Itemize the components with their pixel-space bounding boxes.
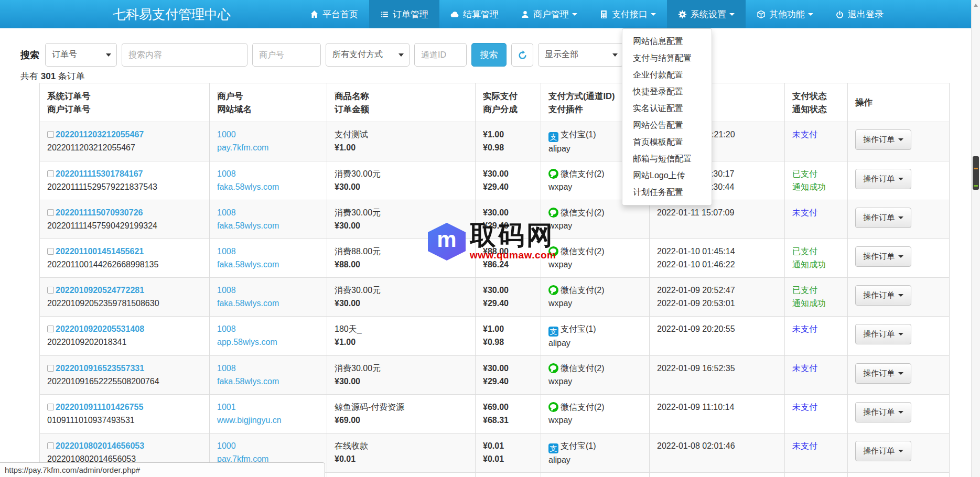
system-order-link[interactable]: 2022011001451455621 <box>56 247 144 256</box>
nav-item-order-management[interactable]: 订单管理 <box>369 0 439 28</box>
order-actions-button[interactable]: 操作订单 <box>855 324 911 344</box>
row-checkbox[interactable] <box>47 326 54 332</box>
merchant-order-no: 202201111457590429199324 <box>47 219 202 232</box>
product-name: 支付测试 <box>335 128 468 141</box>
merchant-domain-link[interactable]: faka.58wlys.com <box>217 299 279 308</box>
table-row: 2022010916523557331 20220109165222550820… <box>40 356 950 395</box>
search-bar: 搜索 订单号 所有支付方式 搜索 显示全部 <box>20 43 623 67</box>
settings-menu-item-6[interactable]: 网站公告配置 <box>622 117 712 134</box>
payment-method-label: 支付宝(1) <box>561 441 596 450</box>
nav-item-other-functions[interactable]: 其他功能 <box>746 0 824 28</box>
merchant-id-link[interactable]: 1001 <box>217 403 236 411</box>
settings-menu-item-4[interactable]: 快捷登录配置 <box>622 83 712 100</box>
system-order-link[interactable]: 2022011115070930726 <box>56 208 143 217</box>
row-checkbox[interactable] <box>47 209 54 216</box>
settings-menu-item-5[interactable]: 实名认证配置 <box>622 100 712 117</box>
pay-status: 未支付 <box>792 439 840 452</box>
row-checkbox[interactable] <box>47 442 54 449</box>
user-icon <box>521 10 530 19</box>
system-order-link[interactable]: 2022010916523557331 <box>56 364 144 373</box>
cell-times: 2022-01-09 20:20:55 <box>650 317 785 356</box>
display-filter-select[interactable]: 显示全部 <box>538 43 623 67</box>
channel-id-input[interactable] <box>414 43 467 67</box>
nav-item-system-settings[interactable]: 系统设置 <box>667 0 746 28</box>
nav-label: 退出登录 <box>848 8 884 20</box>
merchant-domain-link[interactable]: app.58wlys.com <box>217 338 277 346</box>
settings-menu-item-3[interactable]: 企业付款配置 <box>622 67 712 83</box>
merchant-domain-link[interactable]: faka.58wlys.com <box>217 182 279 191</box>
merchant-domain-link[interactable]: faka.58wlys.com <box>217 260 279 269</box>
order-actions-label: 操作订单 <box>863 446 895 455</box>
merchant-domain-link[interactable]: faka.58wlys.com <box>217 377 279 386</box>
system-order-link[interactable]: 2022010802014656053 <box>56 441 144 450</box>
cell-status: 未支付 <box>785 317 848 356</box>
system-order-link[interactable]: 2022010920205531408 <box>56 324 144 333</box>
scroll-up-arrow-icon[interactable] <box>974 4 978 7</box>
row-checkbox[interactable] <box>47 248 54 255</box>
merchant-domain-link[interactable]: www.bigjingyu.cn <box>217 416 282 425</box>
settings-menu-item-1[interactable]: 网站信息配置 <box>622 33 712 50</box>
system-order-link[interactable]: 2022010911101426755 <box>56 403 143 411</box>
merchant-domain-link[interactable]: pay.7kfm.com <box>217 143 268 152</box>
payment-method-select[interactable]: 所有支付方式 <box>326 43 410 67</box>
row-checkbox[interactable] <box>47 404 54 410</box>
chevron-down-icon <box>898 138 903 141</box>
pay-status: 未支付 <box>792 128 840 141</box>
payment-plugin: wxpay <box>548 375 642 388</box>
refresh-button[interactable] <box>511 43 533 67</box>
cell-actions: 操作订单 <box>848 161 950 200</box>
order-actions-button[interactable]: 操作订单 <box>855 208 911 228</box>
system-order-link[interactable]: 2022010920524772281 <box>56 286 144 295</box>
top-navbar: 七科易支付管理中心 平台首页 订单管理 结算管理 商户管理 支付接口 系统设置 <box>0 0 980 28</box>
payment-icon <box>548 402 558 412</box>
row-checkbox[interactable] <box>47 287 54 294</box>
nav-item-merchant-management[interactable]: 商户管理 <box>510 0 588 28</box>
merchant-id-link[interactable]: 1000 <box>217 441 236 450</box>
merchant-id-link[interactable]: 1008 <box>217 286 236 295</box>
merchant-id-link[interactable]: 1008 <box>217 169 236 178</box>
order-actions-button[interactable]: 操作订单 <box>855 441 911 461</box>
order-actions-button[interactable]: 操作订单 <box>855 246 911 267</box>
settings-menu-item-7[interactable]: 首页模板配置 <box>622 134 712 150</box>
system-order-link[interactable]: 2022011203212055467 <box>56 130 144 139</box>
order-actions-button[interactable]: 操作订单 <box>855 169 911 189</box>
search-button[interactable]: 搜索 <box>471 43 507 67</box>
settings-menu-item-2[interactable]: 支付与结算配置 <box>622 50 712 67</box>
system-order-link[interactable]: 2022011115301784167 <box>56 169 143 178</box>
merchant-id-link[interactable]: 1008 <box>217 247 236 256</box>
display-filter-selected-value: 显示全部 <box>545 49 578 60</box>
product-name: 消费30.00元 <box>335 206 468 219</box>
row-checkbox[interactable] <box>47 170 54 177</box>
cell-product: 180天_ ¥1.00 <box>327 317 476 356</box>
merchant-id-link[interactable]: 1000 <box>217 130 236 139</box>
scrollbar-thumb[interactable] <box>973 156 979 190</box>
merchant-domain-link[interactable]: faka.58wlys.com <box>217 221 279 230</box>
order-actions-button[interactable]: 操作订单 <box>855 129 911 150</box>
cell-status: 未支付 <box>785 356 848 395</box>
order-actions-label: 操作订单 <box>863 329 895 338</box>
pay-status: 未支付 <box>792 362 840 375</box>
merchant-id-input[interactable] <box>252 43 321 67</box>
nav-item-platform-home[interactable]: 平台首页 <box>299 0 369 28</box>
cell-times: 2022-01-09 16:52:35 <box>650 356 785 395</box>
merchant-id-link[interactable]: 1008 <box>217 324 236 333</box>
row-checkbox[interactable] <box>47 365 54 372</box>
terminal-icon <box>599 10 608 19</box>
merchant-id-link[interactable]: 1008 <box>217 364 236 373</box>
search-keyword-input[interactable] <box>122 43 247 67</box>
nav-item-logout[interactable]: 退出登录 <box>824 0 895 28</box>
settings-menu-item-8[interactable]: 邮箱与短信配置 <box>622 150 712 167</box>
vertical-scrollbar[interactable] <box>971 0 980 477</box>
orders-table: 系统订单号商户订单号商户号网站域名商品名称订单金额实际支付商户分成支付方式(通道… <box>39 83 950 477</box>
merchant-id-link[interactable]: 1008 <box>217 208 236 217</box>
nav-item-settlement-management[interactable]: 结算管理 <box>439 0 510 28</box>
row-checkbox[interactable] <box>47 131 54 138</box>
settings-menu-item-10[interactable]: 计划任务配置 <box>622 184 712 201</box>
order-actions-button[interactable]: 操作订单 <box>855 402 911 422</box>
order-actions-button[interactable]: 操作订单 <box>855 285 911 306</box>
order-actions-button[interactable]: 操作订单 <box>855 363 911 384</box>
order-type-select[interactable]: 订单号 <box>45 43 117 67</box>
settings-menu-item-9[interactable]: 网站Logo上传 <box>622 167 712 184</box>
nav-item-payment-interface[interactable]: 支付接口 <box>588 0 667 28</box>
column-header: 系统订单号商户订单号 <box>40 83 210 122</box>
